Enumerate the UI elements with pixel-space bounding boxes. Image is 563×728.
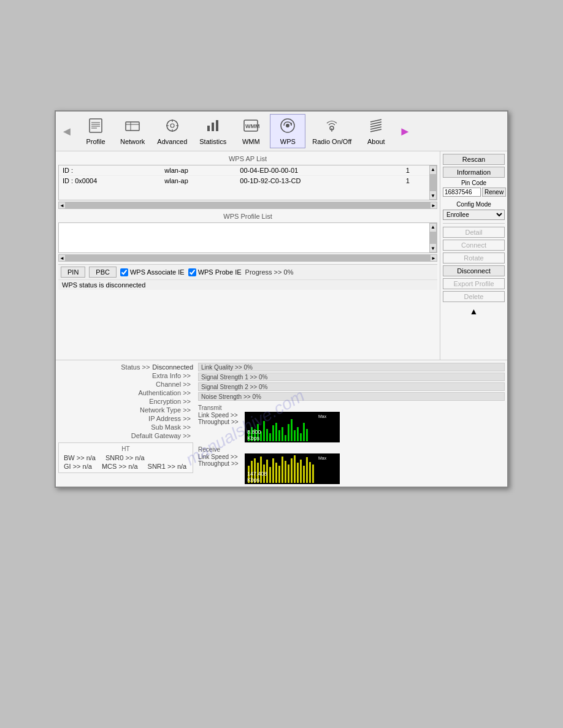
- snr0-label: SNR0 >> n/a: [105, 454, 145, 461]
- svg-rect-44: [291, 419, 293, 441]
- pin-row: 16837546 Renew: [443, 188, 505, 197]
- information-button[interactable]: Information: [443, 167, 505, 178]
- svg-rect-46: [297, 427, 299, 441]
- ap-hscrollbar[interactable]: ◄ ►: [58, 202, 437, 209]
- svg-point-9: [170, 124, 174, 127]
- svg-rect-65: [288, 464, 289, 483]
- svg-rect-66: [291, 458, 293, 483]
- status-value: Disconnected: [152, 363, 193, 371]
- network-type-label: Network Type >>: [140, 406, 191, 414]
- tab-statistics[interactable]: Statistics: [194, 114, 232, 148]
- phscroll-right[interactable]: ►: [431, 256, 437, 261]
- detail-button[interactable]: Detail: [443, 227, 505, 238]
- forward-button[interactable]: ►: [395, 114, 415, 148]
- transmit-info: Link Speed >> Throughput >>: [198, 412, 241, 425]
- renew-button[interactable]: Renew: [482, 188, 506, 197]
- pin-code-label: Pin Code: [443, 180, 505, 186]
- svg-rect-47: [300, 433, 302, 441]
- signal-strength2-text: Signal Strength 2 >> 0%: [201, 384, 267, 390]
- pbc-button[interactable]: PBC: [89, 267, 117, 278]
- table-row[interactable]: ID : wlan-ap 00-04-ED-00-00-01 1: [59, 165, 429, 176]
- ap-mac-2: 00-1D-92-C0-13-CD: [236, 176, 402, 186]
- associate-ie-text: WPS Associate IE: [130, 268, 185, 276]
- back-button[interactable]: ◄: [57, 114, 77, 148]
- tab-network-label: Network: [120, 138, 145, 145]
- svg-rect-37: [269, 433, 271, 441]
- associate-ie-label[interactable]: WPS Associate IE: [120, 268, 185, 276]
- pscroll-down[interactable]: ▼: [430, 245, 436, 252]
- probe-ie-label[interactable]: WPS Probe IE: [188, 268, 242, 276]
- toolbar: ◄ Profile: [56, 112, 507, 151]
- pscroll-up[interactable]: ▲: [430, 224, 436, 230]
- ap-id-1: ID :: [59, 165, 161, 176]
- phscroll-left[interactable]: ◄: [59, 256, 65, 261]
- ht-section: HT BW >> n/a SNR0 >> n/a GI >> n/a MCS >…: [58, 442, 193, 473]
- disconnect-button[interactable]: Disconnect: [443, 265, 505, 276]
- tab-radio[interactable]: Radio On/Off: [307, 114, 357, 148]
- pin-code-input[interactable]: 16837546: [443, 188, 481, 197]
- connect-button[interactable]: Connect: [443, 240, 505, 251]
- svg-rect-59: [269, 467, 271, 483]
- wps-icon: [279, 117, 296, 137]
- pin-code-section: Pin Code 16837546 Renew: [443, 180, 505, 197]
- svg-rect-0: [90, 119, 102, 132]
- ip-row: IP Address >>: [58, 414, 193, 423]
- advanced-icon: [164, 117, 181, 137]
- pin-button[interactable]: PIN: [61, 267, 85, 278]
- svg-rect-45: [294, 430, 296, 441]
- scroll-up-arrow[interactable]: ▲: [430, 166, 436, 173]
- ht-title: HT: [64, 446, 188, 452]
- delete-button[interactable]: Delete: [443, 291, 505, 302]
- probe-ie-text: WPS Probe IE: [198, 268, 242, 276]
- tab-wps[interactable]: WPS: [270, 114, 305, 148]
- rescan-button[interactable]: Rescan: [443, 154, 505, 165]
- wps-profile-list-title: WPS Profile List: [58, 211, 437, 221]
- hscroll-left[interactable]: ◄: [59, 203, 65, 208]
- tab-network[interactable]: Network: [115, 114, 150, 148]
- tab-profile[interactable]: Profile: [78, 114, 113, 148]
- section-scroll-up[interactable]: ▲: [470, 306, 478, 316]
- hscroll-thumb: [65, 202, 431, 208]
- tab-profile-label: Profile: [86, 138, 105, 145]
- scroll-thumb: [430, 174, 436, 191]
- ap-list-scrollbar[interactable]: ▲ ▼: [429, 165, 437, 200]
- svg-rect-67: [294, 455, 296, 483]
- svg-rect-5: [126, 122, 139, 131]
- tab-advanced-label: Advanced: [157, 138, 187, 145]
- probe-ie-checkbox[interactable]: [188, 268, 196, 276]
- ap-count-2: 1: [402, 176, 429, 186]
- profile-hscrollbar[interactable]: ◄ ►: [58, 254, 437, 262]
- transmit-chart: Max: [245, 412, 340, 442]
- gateway-row: Default Gateway >>: [58, 431, 193, 440]
- svg-rect-35: [263, 421, 265, 441]
- receive-link-speed: Link Speed >>: [198, 453, 241, 460]
- export-profile-button[interactable]: Export Profile: [443, 278, 505, 289]
- tab-advanced[interactable]: Advanced: [151, 114, 193, 148]
- tab-wmm-label: WMM: [242, 138, 260, 145]
- wps-ap-list-title: WPS AP List: [58, 154, 437, 164]
- encryption-label: Encryption >>: [149, 398, 191, 405]
- tab-about[interactable]: About: [358, 114, 394, 148]
- receive-chart: Max: [245, 453, 340, 484]
- mcs-label: MCS >> n/a: [102, 463, 138, 470]
- config-mode-select[interactable]: Enrollee Registrar: [443, 210, 505, 220]
- associate-ie-checkbox[interactable]: [120, 268, 128, 276]
- hscroll-right[interactable]: ►: [431, 203, 437, 208]
- transmit-label: Transmit: [198, 404, 505, 411]
- wmm-icon: WMM: [242, 117, 259, 137]
- rotate-button[interactable]: Rotate: [443, 252, 505, 264]
- wps-controls-bar: PIN PBC WPS Associate IE WPS Probe IE Pr…: [58, 264, 437, 279]
- wps-profile-list[interactable]: [59, 223, 429, 252]
- signal-strength1-text: Signal Strength 1 >> 0%: [201, 374, 267, 381]
- table-row[interactable]: ID : 0x0004 wlan-ap 00-1D-92-C0-13-CD 1: [59, 176, 429, 186]
- receive-info: Link Speed >> Throughput >>: [198, 453, 241, 467]
- profile-list-scrollbar[interactable]: ▲ ▼: [429, 223, 437, 252]
- scroll-up-section: ▲: [443, 306, 505, 316]
- statistics-icon: [204, 117, 221, 137]
- tab-wmm[interactable]: WMM WMM: [233, 114, 269, 148]
- svg-rect-14: [207, 126, 210, 131]
- scroll-down-arrow[interactable]: ▼: [430, 192, 436, 199]
- submask-row: Sub Mask >>: [58, 423, 193, 431]
- phscroll-thumb: [65, 255, 431, 261]
- svg-line-23: [370, 119, 381, 122]
